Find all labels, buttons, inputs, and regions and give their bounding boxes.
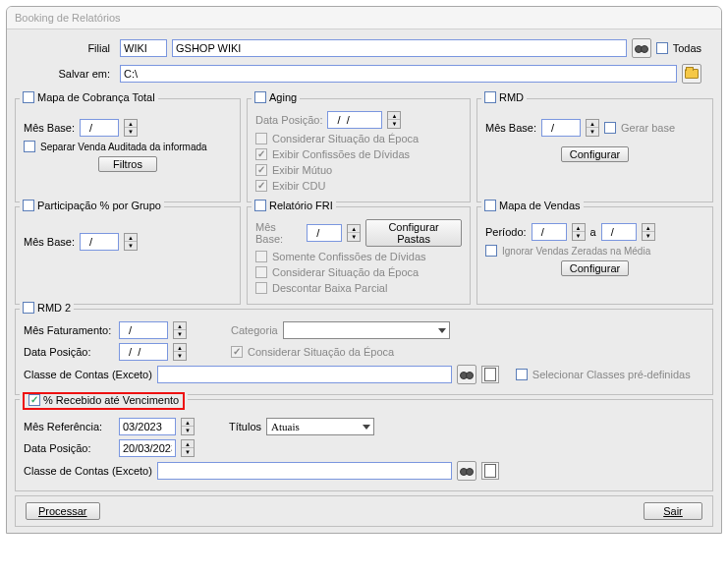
aging-opt1-checkbox[interactable] (255, 133, 267, 144)
rmd-configurar-button[interactable]: Configurar (561, 146, 629, 162)
fri-opt3-label: Descontar Baixa Parcial (272, 282, 387, 294)
fri-opt1-label: Somente Confissões de Dívidas (272, 251, 426, 262)
binoculars-icon[interactable] (632, 38, 651, 58)
part-mes-base-label: Mês Base: (24, 236, 75, 248)
mv-periodo-label: Período: (485, 226, 527, 238)
aging-spinner[interactable]: ▲▼ (387, 111, 401, 129)
mapa-cobranca-title: Mapa de Cobrança Total (37, 91, 155, 103)
part-checkbox[interactable] (23, 200, 34, 211)
rec-classe-contas-input[interactable] (157, 462, 452, 480)
rmd2-selecionar-label: Selecionar Classes pré-definidas (532, 369, 691, 380)
group-mapa-vendas: Mapa de Vendas Período: ▲▼ a ▲▼ Ignorar … (476, 206, 713, 305)
rmd2-checkbox[interactable] (23, 302, 34, 314)
rec-mes-ref-spinner[interactable]: ▲▼ (181, 418, 195, 435)
mv-checkbox[interactable] (484, 200, 496, 211)
mv-to-spinner[interactable]: ▲▼ (642, 223, 655, 241)
rec-binoculars-icon[interactable] (457, 461, 476, 481)
fri-opt3-checkbox[interactable] (255, 282, 267, 294)
mv-ignorar-checkbox[interactable] (485, 245, 497, 257)
rec-mes-ref-input[interactable] (119, 418, 176, 435)
fri-mes-base-label: Mês Base: (255, 221, 302, 245)
aging-data-posicao-input[interactable] (327, 111, 382, 129)
rmd2-mes-fat-spinner[interactable]: ▲▼ (173, 321, 187, 339)
group-mapa-cobranca: Mapa de Cobrança Total Mês Base: ▲▼ Sepa… (15, 98, 241, 202)
rmd2-data-posicao-label: Data Posição: (24, 346, 114, 358)
recebido-title: % Recebido até Vencimento (43, 394, 179, 406)
fri-opt1-checkbox[interactable] (255, 251, 267, 262)
folder-icon[interactable] (682, 64, 701, 84)
part-mes-base-input[interactable] (80, 233, 119, 251)
processar-button[interactable]: Processar (26, 502, 100, 520)
mv-from-spinner[interactable]: ▲▼ (572, 223, 586, 241)
filial-name-input[interactable] (172, 39, 627, 57)
rmd2-mes-fat-input[interactable] (119, 321, 168, 339)
rec-data-posicao-label: Data Posição: (24, 442, 114, 454)
aging-opt2-checkbox[interactable] (255, 148, 267, 160)
mc-mes-base-input[interactable] (80, 119, 119, 137)
rmd2-categoria-label: Categoria (231, 324, 278, 336)
aging-opt2-label: Exibir Confissões de Dívidas (272, 148, 410, 160)
rec-data-posicao-spinner[interactable]: ▲▼ (181, 439, 195, 457)
rmd2-page-icon[interactable] (481, 366, 499, 383)
rmd2-binoculars-icon[interactable] (457, 365, 476, 384)
rmd-gerar-base-checkbox[interactable] (604, 122, 616, 134)
aging-opt4-label: Exibir CDU (272, 180, 325, 192)
mc-separar-checkbox[interactable] (24, 141, 35, 152)
rmd2-data-posicao-spinner[interactable]: ▲▼ (173, 343, 187, 361)
group-rmd2: RMD 2 Mês Faturamento: ▲▼ Categoria Data… (15, 309, 713, 395)
rec-data-posicao-input[interactable] (119, 439, 176, 457)
fri-configurar-pastas-button[interactable]: Configurar Pastas (365, 219, 462, 247)
fri-opt2-label: Considerar Situação da Época (272, 266, 419, 278)
aging-opt4-checkbox[interactable] (255, 180, 267, 192)
bottom-bar: Processar Sair (15, 495, 713, 527)
sair-button[interactable]: Sair (644, 502, 702, 520)
salvar-em-input[interactable] (120, 65, 677, 83)
mc-separar-label: Separar Venda Auditada da informada (40, 142, 207, 152)
mv-periodo-to[interactable] (601, 223, 637, 241)
rmd-gerar-base-label: Gerar base (621, 122, 675, 134)
group-participacao: Participação % por Grupo Mês Base: ▲▼ (15, 206, 241, 305)
content-area: Mapa de Cobrança Total Mês Base: ▲▼ Sepa… (7, 92, 721, 533)
recebido-checkbox[interactable] (28, 394, 40, 406)
aging-title: Aging (269, 91, 297, 103)
fri-title: Relatório FRI (269, 200, 333, 211)
todas-label: Todas (673, 42, 701, 54)
rmd-spinner[interactable]: ▲▼ (586, 119, 599, 137)
rmd2-data-posicao-input[interactable] (119, 343, 168, 361)
fri-spinner[interactable]: ▲▼ (347, 224, 361, 242)
aging-opt1-label: Considerar Situação da Época (272, 133, 419, 144)
rmd-checkbox[interactable] (484, 91, 496, 103)
rmd2-categoria-combo[interactable] (283, 321, 450, 339)
mv-a-label: a (590, 226, 596, 238)
rmd2-selecionar-checkbox[interactable] (516, 369, 528, 380)
group-relatorio-fri: Relatório FRI Mês Base: ▲▼ Configurar Pa… (247, 206, 471, 305)
mv-title: Mapa de Vendas (499, 200, 581, 211)
rmd-mes-base-input[interactable] (541, 119, 581, 137)
aging-checkbox[interactable] (254, 91, 266, 103)
group-recebido: % Recebido até Vencimento Mês Referência… (15, 399, 713, 491)
rmd2-classe-contas-input[interactable] (157, 366, 452, 383)
rmd2-considerar-label: Considerar Situação da Época (248, 346, 394, 358)
mc-mes-base-spinner[interactable]: ▲▼ (124, 119, 138, 137)
todas-checkbox[interactable] (656, 42, 668, 54)
mc-filtros-button[interactable]: Filtros (98, 156, 157, 172)
aging-opt3-checkbox[interactable] (255, 164, 267, 176)
booking-window: Booking de Relatórios Filial Todas Salva… (6, 6, 722, 534)
rmd2-considerar-checkbox[interactable] (231, 346, 243, 358)
mv-periodo-from[interactable] (532, 223, 567, 241)
fri-mes-base-input[interactable] (307, 224, 342, 242)
group-aging: Aging Data Posição: ▲▼ Considerar Situaç… (247, 98, 471, 202)
fri-opt2-checkbox[interactable] (255, 266, 267, 278)
rec-titulos-combo[interactable]: Atuais (266, 418, 374, 435)
rmd2-classe-contas-label: Classe de Contas (Exceto) (24, 369, 152, 380)
fri-checkbox[interactable] (254, 200, 266, 211)
rmd2-title: RMD 2 (37, 302, 71, 314)
filial-code-input[interactable] (120, 39, 167, 57)
mapa-cobranca-checkbox[interactable] (23, 91, 34, 103)
rec-page-icon[interactable] (481, 462, 499, 480)
mv-configurar-button[interactable]: Configurar (561, 260, 629, 276)
part-spinner[interactable]: ▲▼ (124, 233, 138, 251)
filial-label: Filial (27, 42, 110, 54)
salvar-em-label: Salvar em: (27, 68, 110, 80)
window-title: Booking de Relatórios (7, 7, 721, 29)
